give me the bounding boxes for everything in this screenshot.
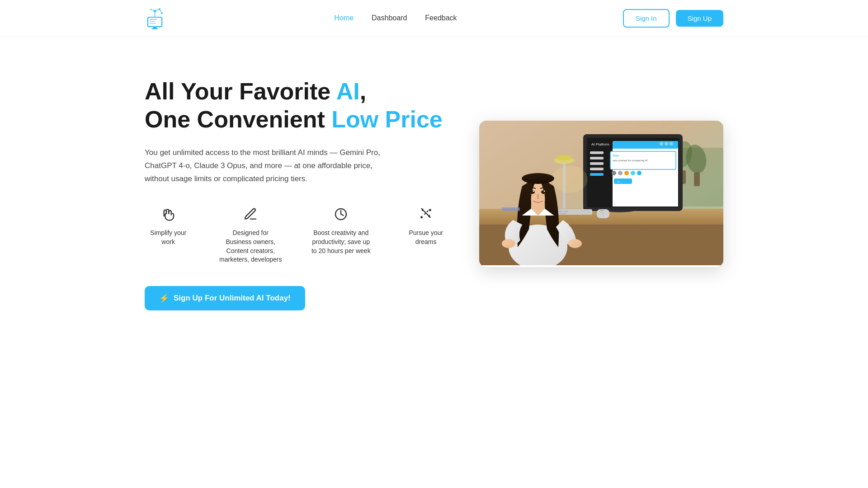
- hero-title: All Your Favorite AI, One Convenient Low…: [145, 77, 452, 134]
- cta-signup-button[interactable]: ⚡ Sign Up For Unlimited AI Today!: [145, 286, 305, 310]
- svg-point-94: [544, 190, 545, 192]
- svg-point-87: [502, 239, 515, 248]
- svg-rect-82: [600, 210, 603, 211]
- nav-dashboard[interactable]: Dashboard: [372, 14, 407, 22]
- feature-dreams: Pursue your dreams: [400, 205, 452, 246]
- svg-rect-27: [694, 173, 700, 186]
- title-highlight-ai: AI: [336, 78, 360, 104]
- svg-point-88: [568, 239, 582, 248]
- nav-home[interactable]: Home: [334, 14, 354, 22]
- svg-point-61: [552, 166, 588, 193]
- svg-point-16: [429, 210, 431, 211]
- title-comma: ,: [360, 78, 366, 104]
- svg-line-10: [155, 9, 160, 11]
- hero-description: You get unlimited access to the most bri…: [145, 146, 398, 186]
- feature-simplify-label: Simplify your work: [145, 229, 192, 246]
- svg-rect-95: [502, 207, 520, 211]
- svg-point-86: [522, 173, 554, 184]
- title-highlight-price: Low Price: [331, 106, 443, 132]
- svg-rect-45: [590, 168, 604, 170]
- svg-rect-46: [590, 173, 604, 176]
- svg-rect-43: [590, 157, 604, 160]
- signup-button[interactable]: Sign Up: [676, 10, 723, 27]
- wand-icon: [417, 205, 435, 223]
- svg-point-54: [631, 171, 635, 175]
- title-part1: All Your Favorite: [145, 78, 336, 104]
- svg-rect-0: [148, 17, 162, 27]
- feature-dreams-label: Pursue your dreams: [400, 229, 452, 246]
- svg-point-53: [624, 171, 629, 175]
- svg-point-51: [612, 171, 616, 175]
- svg-point-39: [665, 142, 668, 145]
- hero-section: All Your Favorite AI, One Convenient Low…: [0, 37, 868, 347]
- feature-boost-label: Boost creativity and productivity; save …: [309, 229, 373, 255]
- svg-rect-42: [590, 151, 604, 154]
- svg-text:Type: Type: [613, 154, 619, 157]
- svg-point-91: [530, 190, 535, 194]
- clock-icon: [332, 205, 350, 223]
- logo-area[interactable]: [145, 6, 168, 30]
- hero-image-wrapper: AI Platform Type your prompt for compari…: [479, 121, 723, 267]
- svg-text:Go: Go: [617, 180, 620, 183]
- pencil-icon: [241, 205, 259, 223]
- nav-feedback[interactable]: Feedback: [425, 14, 457, 22]
- feature-business: Designed for Business owners, Content cr…: [219, 205, 282, 264]
- features-row: Simplify your work Designed for Business…: [145, 205, 452, 264]
- svg-point-38: [670, 142, 673, 145]
- cta-label: Sign Up For Unlimited AI Today!: [174, 294, 291, 303]
- signin-button[interactable]: Sign In: [623, 9, 670, 28]
- svg-point-55: [637, 171, 642, 175]
- svg-rect-79: [560, 213, 566, 214]
- svg-point-93: [533, 190, 534, 192]
- svg-point-40: [660, 142, 663, 145]
- svg-rect-56: [614, 178, 632, 184]
- logo-icon: [145, 6, 168, 30]
- svg-text:your prompt for comparing AI: your prompt for comparing AI: [613, 159, 648, 162]
- svg-line-11: [160, 9, 162, 14]
- hand-pointer-icon: [159, 205, 177, 223]
- svg-point-92: [541, 190, 546, 194]
- title-line2-part1: One Convenient: [145, 106, 331, 132]
- feature-business-label: Designed for Business owners, Content cr…: [219, 229, 282, 264]
- nav-buttons: Sign In Sign Up: [623, 9, 723, 28]
- navbar: Home Dashboard Feedback Sign In Sign Up: [0, 0, 868, 37]
- svg-point-60: [556, 155, 572, 160]
- svg-point-52: [618, 171, 623, 175]
- svg-point-17: [421, 217, 422, 218]
- svg-rect-2: [152, 28, 158, 29]
- hero-left: All Your Favorite AI, One Convenient Low…: [145, 77, 452, 310]
- svg-rect-71: [558, 211, 562, 212]
- hero-illustration: AI Platform Type your prompt for compari…: [479, 121, 723, 265]
- feature-boost: Boost creativity and productivity; save …: [309, 205, 373, 255]
- svg-rect-44: [590, 162, 604, 165]
- svg-rect-72: [564, 211, 568, 212]
- feature-simplify: Simplify your work: [145, 205, 192, 246]
- hero-image-container: AI Platform Type your prompt for compari…: [479, 121, 723, 267]
- svg-text:AI Platform: AI Platform: [591, 142, 609, 146]
- bolt-icon: ⚡: [159, 293, 169, 303]
- nav-links: Home Dashboard Feedback: [334, 14, 457, 22]
